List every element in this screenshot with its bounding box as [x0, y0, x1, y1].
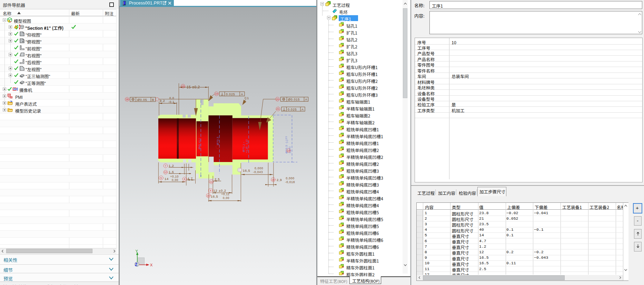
svg-text:-0,018: -0,018 [285, 180, 295, 184]
svg-text:-0,043: -0,043 [253, 170, 263, 174]
svg-text:+0,10: +0,10 [170, 175, 179, 178]
svg-text:Ø?3,5: Ø?3,5 [216, 136, 219, 145]
svg-text:6: 6 [184, 178, 185, 180]
svg-text:Y: Y [136, 249, 138, 253]
svg-text:-0,1: -0,1 [168, 100, 175, 104]
svg-text:9: 9 [210, 189, 211, 192]
svg-text:B: B [152, 98, 155, 102]
svg-text:7: 7 [165, 165, 166, 167]
svg-text:12: 12 [164, 171, 167, 173]
svg-text:2,5: 2,5 [215, 177, 220, 181]
svg-text:+),)5 -),)2: +),)5 -),)2 [245, 139, 248, 153]
svg-text:18: 18 [126, 98, 129, 101]
svg-text:A: A [305, 98, 308, 101]
svg-text:C1: C1 [245, 96, 249, 100]
svg-text:14: 14 [165, 177, 169, 181]
svg-text:1,2: 1,2 [169, 164, 174, 168]
svg-text:A: A [301, 108, 304, 111]
svg-text:10: 10 [207, 194, 210, 197]
svg-text:0,000: 0,000 [286, 177, 295, 180]
svg-text:11: 11 [210, 181, 212, 183]
svg-text:1,6: 1,6 [169, 170, 174, 174]
svg-text:Ø4) ±),|: Ø4) ±),| [198, 138, 201, 149]
svg-text:Ø0.015: Ø0.015 [288, 98, 300, 101]
svg-text:A: A [241, 93, 244, 96]
svg-text:9,2: 9,2 [160, 99, 165, 103]
svg-text:2,9: 2,9 [277, 178, 282, 182]
svg-text:X: X [150, 263, 153, 267]
svg-text:16,5: 16,5 [211, 194, 218, 198]
svg-text:13: 13 [182, 85, 185, 87]
svg-text:16,5: 16,5 [243, 169, 250, 172]
svg-text:0,000: 0,000 [255, 167, 263, 170]
svg-text:14: 14 [287, 150, 290, 152]
svg-text:0.025: 0.025 [226, 93, 235, 96]
svg-text:5: 5 [160, 177, 162, 179]
svg-text:+0,11: +0,11 [221, 193, 230, 196]
svg-text:19: 19 [215, 93, 218, 95]
svg-text:Z: Z [135, 262, 137, 267]
svg-text:0,0: 0,0 [169, 96, 174, 100]
svg-text:21: 21 [277, 108, 279, 110]
svg-text:15: 15 [272, 179, 275, 181]
svg-text:15 ±0,2: 15 ±0,2 [187, 85, 200, 89]
svg-text:20: 20 [276, 98, 279, 101]
svg-text:Ø?1,) ₊: Ø?1,) ₊ [242, 141, 245, 152]
svg-text:0,00: 0,00 [172, 179, 178, 182]
svg-text:0.025: 0.025 [288, 108, 297, 111]
svg-text:12 ±0,2: 12 ±0,2 [214, 189, 226, 192]
svg-text:Ø0.05: Ø0.05 [137, 98, 147, 102]
svg-text:0,00: 0,00 [223, 197, 229, 200]
